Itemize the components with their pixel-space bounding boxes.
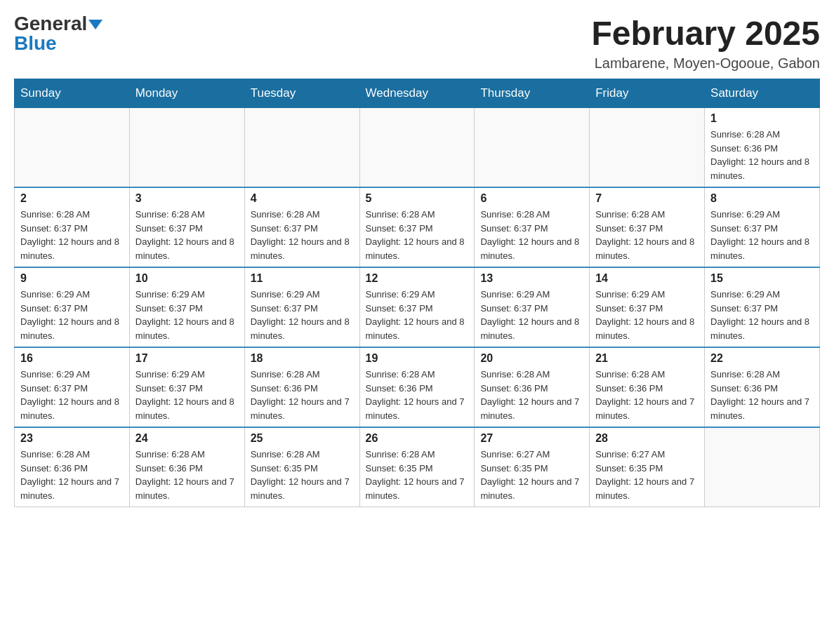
calendar-header-row: SundayMondayTuesdayWednesdayThursdayFrid…	[15, 79, 820, 108]
day-number: 10	[135, 272, 239, 285]
calendar-cell: 18Sunrise: 6:28 AMSunset: 6:36 PMDayligh…	[244, 347, 359, 427]
day-number: 17	[135, 352, 239, 365]
day-number: 3	[135, 192, 239, 205]
calendar-cell: 20Sunrise: 6:28 AMSunset: 6:36 PMDayligh…	[475, 347, 590, 427]
day-info: Sunrise: 6:29 AMSunset: 6:37 PMDaylight:…	[710, 208, 814, 262]
calendar-week-row: 23Sunrise: 6:28 AMSunset: 6:36 PMDayligh…	[15, 427, 820, 507]
day-number: 5	[366, 192, 469, 205]
calendar-cell: 6Sunrise: 6:28 AMSunset: 6:37 PMDaylight…	[475, 187, 590, 267]
calendar-cell: 16Sunrise: 6:29 AMSunset: 6:37 PMDayligh…	[15, 347, 130, 427]
calendar-cell: 14Sunrise: 6:29 AMSunset: 6:37 PMDayligh…	[590, 267, 705, 347]
day-number: 2	[20, 192, 124, 205]
calendar-cell: 13Sunrise: 6:29 AMSunset: 6:37 PMDayligh…	[475, 267, 590, 347]
calendar-cell: 5Sunrise: 6:28 AMSunset: 6:37 PMDaylight…	[359, 187, 475, 267]
calendar-cell: 27Sunrise: 6:27 AMSunset: 6:35 PMDayligh…	[475, 427, 590, 507]
day-number: 18	[251, 352, 354, 365]
day-number: 15	[710, 272, 814, 285]
calendar-cell	[475, 108, 590, 188]
calendar-cell: 3Sunrise: 6:28 AMSunset: 6:37 PMDaylight…	[129, 187, 244, 267]
page-header: General Blue February 2025 Lambarene, Mo…	[14, 14, 820, 72]
calendar-cell	[129, 108, 244, 188]
day-number: 4	[251, 192, 354, 205]
col-header-monday: Monday	[129, 79, 244, 108]
day-number: 27	[480, 432, 583, 445]
day-info: Sunrise: 6:28 AMSunset: 6:37 PMDaylight:…	[251, 208, 354, 262]
col-header-wednesday: Wednesday	[359, 79, 475, 108]
day-info: Sunrise: 6:28 AMSunset: 6:37 PMDaylight:…	[20, 208, 124, 262]
day-number: 25	[251, 432, 354, 445]
day-info: Sunrise: 6:28 AMSunset: 6:35 PMDaylight:…	[251, 448, 354, 502]
day-info: Sunrise: 6:28 AMSunset: 6:35 PMDaylight:…	[366, 448, 469, 502]
col-header-sunday: Sunday	[15, 79, 130, 108]
day-number: 19	[366, 352, 469, 365]
day-number: 7	[595, 192, 699, 205]
day-info: Sunrise: 6:28 AMSunset: 6:37 PMDaylight:…	[135, 208, 239, 262]
day-info: Sunrise: 6:27 AMSunset: 6:35 PMDaylight:…	[595, 448, 699, 502]
day-number: 9	[20, 272, 124, 285]
day-info: Sunrise: 6:28 AMSunset: 6:36 PMDaylight:…	[135, 448, 239, 502]
logo-text: General	[14, 14, 102, 34]
calendar-cell: 19Sunrise: 6:28 AMSunset: 6:36 PMDayligh…	[359, 347, 475, 427]
day-number: 8	[710, 192, 814, 205]
day-number: 6	[480, 192, 583, 205]
day-info: Sunrise: 6:28 AMSunset: 6:37 PMDaylight:…	[480, 208, 583, 262]
calendar-cell: 22Sunrise: 6:28 AMSunset: 6:36 PMDayligh…	[705, 347, 820, 427]
day-number: 20	[480, 352, 583, 365]
calendar-cell: 24Sunrise: 6:28 AMSunset: 6:36 PMDayligh…	[129, 427, 244, 507]
day-info: Sunrise: 6:28 AMSunset: 6:37 PMDaylight:…	[595, 208, 699, 262]
day-info: Sunrise: 6:29 AMSunset: 6:37 PMDaylight:…	[135, 368, 239, 422]
col-header-saturday: Saturday	[705, 79, 820, 108]
calendar-cell: 23Sunrise: 6:28 AMSunset: 6:36 PMDayligh…	[15, 427, 130, 507]
day-info: Sunrise: 6:29 AMSunset: 6:37 PMDaylight:…	[366, 288, 469, 342]
calendar-cell	[15, 108, 130, 188]
calendar-cell: 1Sunrise: 6:28 AMSunset: 6:36 PMDaylight…	[705, 108, 820, 188]
title-section: February 2025 Lambarene, Moyen-Ogooue, G…	[591, 14, 820, 72]
calendar-cell: 12Sunrise: 6:29 AMSunset: 6:37 PMDayligh…	[359, 267, 475, 347]
logo-triangle-icon	[88, 20, 102, 29]
day-number: 28	[595, 432, 699, 445]
calendar-cell: 2Sunrise: 6:28 AMSunset: 6:37 PMDaylight…	[15, 187, 130, 267]
day-number: 24	[135, 432, 239, 445]
col-header-tuesday: Tuesday	[244, 79, 359, 108]
col-header-thursday: Thursday	[475, 79, 590, 108]
day-number: 22	[710, 352, 814, 365]
day-info: Sunrise: 6:28 AMSunset: 6:37 PMDaylight:…	[366, 208, 469, 262]
day-info: Sunrise: 6:28 AMSunset: 6:36 PMDaylight:…	[710, 128, 814, 182]
calendar-cell: 4Sunrise: 6:28 AMSunset: 6:37 PMDaylight…	[244, 187, 359, 267]
calendar-cell: 9Sunrise: 6:29 AMSunset: 6:37 PMDaylight…	[15, 267, 130, 347]
day-number: 11	[251, 272, 354, 285]
calendar-week-row: 9Sunrise: 6:29 AMSunset: 6:37 PMDaylight…	[15, 267, 820, 347]
calendar-cell	[244, 108, 359, 188]
day-number: 16	[20, 352, 124, 365]
day-info: Sunrise: 6:29 AMSunset: 6:37 PMDaylight:…	[710, 288, 814, 342]
day-info: Sunrise: 6:29 AMSunset: 6:37 PMDaylight:…	[480, 288, 583, 342]
calendar-cell: 11Sunrise: 6:29 AMSunset: 6:37 PMDayligh…	[244, 267, 359, 347]
calendar-cell: 7Sunrise: 6:28 AMSunset: 6:37 PMDaylight…	[590, 187, 705, 267]
calendar-cell: 21Sunrise: 6:28 AMSunset: 6:36 PMDayligh…	[590, 347, 705, 427]
day-info: Sunrise: 6:28 AMSunset: 6:36 PMDaylight:…	[595, 368, 699, 422]
day-number: 14	[595, 272, 699, 285]
day-info: Sunrise: 6:29 AMSunset: 6:37 PMDaylight:…	[20, 368, 124, 422]
day-number: 1	[710, 112, 814, 125]
calendar-table: SundayMondayTuesdayWednesdayThursdayFrid…	[14, 79, 820, 507]
logo-general: General	[14, 13, 87, 34]
calendar-cell	[359, 108, 475, 188]
calendar-cell: 28Sunrise: 6:27 AMSunset: 6:35 PMDayligh…	[590, 427, 705, 507]
calendar-week-row: 1Sunrise: 6:28 AMSunset: 6:36 PMDaylight…	[15, 108, 820, 188]
logo-blue: Blue	[14, 34, 57, 53]
calendar-cell	[590, 108, 705, 188]
calendar-cell: 10Sunrise: 6:29 AMSunset: 6:37 PMDayligh…	[129, 267, 244, 347]
day-info: Sunrise: 6:28 AMSunset: 6:36 PMDaylight:…	[480, 368, 583, 422]
day-number: 12	[366, 272, 469, 285]
logo: General Blue	[14, 14, 102, 53]
day-info: Sunrise: 6:28 AMSunset: 6:36 PMDaylight:…	[710, 368, 814, 422]
day-info: Sunrise: 6:29 AMSunset: 6:37 PMDaylight:…	[20, 288, 124, 342]
day-number: 26	[366, 432, 469, 445]
calendar-cell: 15Sunrise: 6:29 AMSunset: 6:37 PMDayligh…	[705, 267, 820, 347]
day-number: 13	[480, 272, 583, 285]
calendar-week-row: 16Sunrise: 6:29 AMSunset: 6:37 PMDayligh…	[15, 347, 820, 427]
day-info: Sunrise: 6:29 AMSunset: 6:37 PMDaylight:…	[251, 288, 354, 342]
day-info: Sunrise: 6:27 AMSunset: 6:35 PMDaylight:…	[480, 448, 583, 502]
calendar-week-row: 2Sunrise: 6:28 AMSunset: 6:37 PMDaylight…	[15, 187, 820, 267]
subtitle: Lambarene, Moyen-Ogooue, Gabon	[591, 55, 820, 72]
